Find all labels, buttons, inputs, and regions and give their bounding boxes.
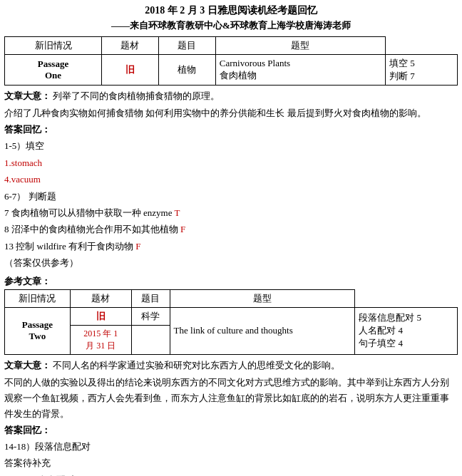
- p1-type-fill: 填空 5: [389, 57, 453, 70]
- p2-header-topic: 题材: [70, 289, 131, 307]
- p2-type2: 人名配对 4: [359, 324, 453, 337]
- p1-question-en: Carnivorous Plants: [220, 58, 290, 68]
- p2-section2-label: 19-22） 人名配对: [4, 472, 458, 476]
- p1-ans2: 4.vacuum: [4, 171, 458, 187]
- p1-type-value: 填空 5 判断 7: [386, 55, 458, 86]
- p1-summary-label: 文章大意：: [4, 90, 51, 101]
- p1-summary-text1: 列举了不同的食肉植物捕食猎物的原理。: [53, 90, 220, 101]
- p2-date: 2015 年 1月 31 日: [70, 325, 131, 354]
- p2-answer-label: 答案回忆：: [4, 424, 458, 437]
- main-title: 2018 年 2 月 3 日雅思阅读机经考题回忆 ——来自环球教育教研中心&环球…: [4, 3, 458, 33]
- p2-type3: 句子填空 4: [359, 337, 453, 350]
- p2-question-value: The link of culture and thoughts: [170, 307, 355, 354]
- passage-one-label: PassageOne: [5, 55, 102, 86]
- p2-old-value: 旧: [70, 307, 131, 325]
- title-line1: 2018 年 2 月 3 日雅思阅读机经考题回忆: [4, 3, 458, 19]
- p2-summary-label: 文章大意：: [4, 360, 51, 371]
- p1-ans1: 1.stomach: [4, 155, 458, 171]
- p1-summary-text2: 介绍了几种食肉实物如何捕食猎物 如何利用实物中的养分供能和生长 最后提到野火对食…: [4, 105, 458, 121]
- reference-label: 参考文章：: [4, 275, 458, 288]
- p2-summary: 文章大意： 不同人名的科学家通过实验和研究对比东西方人的思维受文化的影响。: [4, 358, 458, 373]
- p2-topic-empty: [131, 325, 170, 354]
- passage-two-label: PassageTwo: [5, 307, 71, 354]
- p2-type1: 段落信息配对 5: [359, 311, 453, 324]
- p2-answers: 答案回忆： 14-18）段落信息配对 答案待补充 19-22） 人名配对 19 …: [4, 424, 458, 476]
- p2-header-old: 新旧情况: [5, 289, 71, 307]
- p2-topic-value: 科学: [131, 307, 170, 325]
- p1-fill-label: 1-5）填空: [4, 138, 458, 154]
- p1-header-question: 题目: [158, 37, 215, 55]
- p2-header-type: 题型: [170, 289, 355, 307]
- passage-two-table: 新旧情况 题材 题目 题型 PassageTwo 旧 科学 The link o…: [4, 289, 458, 355]
- p2-section1-label: 14-18）段落信息配对: [4, 438, 458, 455]
- p1-header-type: 题型: [215, 37, 385, 55]
- p1-note: （答案仅供参考）: [4, 254, 458, 271]
- main-container: 2018 年 2 月 3 日雅思阅读机经考题回忆 ——来自环球教育教研中心&环球…: [0, 0, 462, 476]
- p2-type-value: 段落信息配对 5 人名配对 4 句子填空 4: [355, 307, 458, 354]
- p2-summary-text1: 不同人名的科学家通过实验和研究对比东西方人的思维受文化的影响。: [53, 360, 340, 371]
- p2-section1-note: 答案待补充: [4, 455, 458, 471]
- p1-answer-label: 答案回忆：: [4, 123, 458, 136]
- p1-header-topic: 题材: [102, 37, 159, 55]
- p1-judge2: 8 沼泽中的食肉植物光合作用不如其他植物 F: [4, 221, 458, 237]
- p1-judge-label: 6-7） 判断题: [4, 188, 458, 205]
- p1-answers: 答案回忆： 1-5）填空 1.stomach 4.vacuum 6-7） 判断题…: [4, 123, 458, 271]
- p1-header-old: 新旧情况: [5, 37, 102, 55]
- p1-judge1: 7 食肉植物可以从猎物中获取一种 enzyme T: [4, 205, 458, 221]
- p1-summary: 文章大意： 列举了不同的食肉植物捕食猎物的原理。: [4, 88, 458, 104]
- p2-summary-text2: 不同的人做的实验以及得出的结论来说明东西方的不同文化对方式思维方式的影响。其中举…: [4, 375, 458, 422]
- p1-question-zh: 食肉植物: [220, 70, 257, 81]
- p1-judge3: 13 控制 wildfire 有利于食肉动物 F: [4, 238, 458, 254]
- p1-topic-value: 植物: [158, 55, 215, 86]
- p1-question-value: Carnivorous Plants 食肉植物: [215, 55, 385, 86]
- title-line2: ——来自环球教育教研中心&环球教育上海学校唐海涛老师: [4, 19, 458, 33]
- passage-one-table: 新旧情况 题材 题目 题型 PassageOne 旧 植物 Carnivorou…: [4, 36, 458, 86]
- p1-type-judge: 判断 7: [389, 70, 453, 83]
- p1-old-value: 旧: [102, 55, 159, 86]
- p2-header-question: 题目: [131, 289, 170, 307]
